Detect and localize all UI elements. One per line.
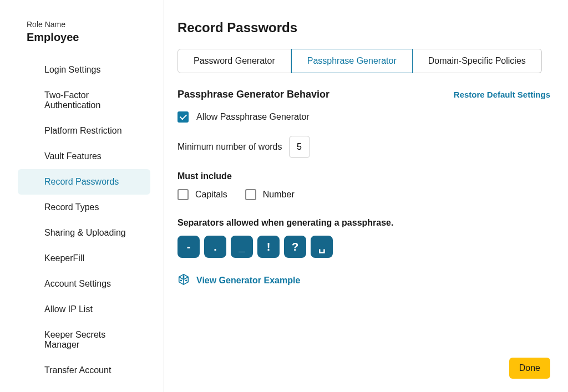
sidebar-item-allow-ip-list[interactable]: Allow IP List (18, 297, 150, 322)
svg-point-2 (183, 277, 184, 278)
sidebar-item-record-types[interactable]: Record Types (18, 195, 150, 220)
must-include-group: Capitals Number (178, 189, 550, 200)
tab-password-generator[interactable]: Password Generator (178, 49, 291, 73)
min-words-input[interactable] (289, 136, 310, 158)
sidebar-item-transfer-account[interactable]: Transfer Account (18, 358, 150, 383)
sidebar-item-vault-features[interactable]: Vault Features (18, 144, 150, 169)
separators-label: Separators allowed when generating a pas… (178, 218, 550, 228)
separator-question[interactable]: ? (284, 236, 306, 258)
separator-row: - . _ ! ? ␣ (178, 236, 550, 258)
sidebar-item-login-settings[interactable]: Login Settings (18, 57, 150, 83)
capitals-label: Capitals (195, 190, 227, 200)
allow-passphrase-checkbox[interactable] (178, 111, 189, 123)
number-label: Number (263, 190, 295, 200)
sidebar-item-keeperfill[interactable]: KeeperFill (18, 246, 150, 271)
tab-domain-specific-policies[interactable]: Domain-Specific Policies (413, 49, 542, 73)
min-words-row: Minimum number of words (178, 136, 550, 158)
capitals-checkbox[interactable] (178, 189, 189, 200)
separator-space[interactable]: ␣ (311, 236, 333, 258)
sidebar-item-secrets-manager[interactable]: Keeper Secrets Manager (18, 322, 150, 358)
allow-passphrase-label: Allow Passphrase Generator (196, 112, 310, 122)
tabs: Password Generator Passphrase Generator … (178, 49, 550, 73)
allow-passphrase-row: Allow Passphrase Generator (178, 111, 550, 123)
view-example-link[interactable]: View Generator Example (178, 273, 550, 288)
main-content: Record Passwords Password Generator Pass… (164, 0, 568, 392)
tab-passphrase-generator[interactable]: Passphrase Generator (291, 49, 413, 73)
section-title: Passphrase Generator Behavior (178, 89, 329, 100)
separator-underscore[interactable]: _ (231, 236, 253, 258)
section-header: Passphrase Generator Behavior Restore De… (178, 89, 550, 100)
role-name: Employee (27, 31, 146, 44)
sidebar-item-two-factor[interactable]: Two-Factor Authentication (18, 83, 150, 118)
svg-point-0 (181, 280, 182, 281)
sidebar-item-account-settings[interactable]: Account Settings (18, 271, 150, 297)
separator-exclaim[interactable]: ! (257, 236, 280, 258)
dice-icon (178, 273, 190, 288)
must-include-heading: Must include (178, 171, 550, 181)
view-example-label: View Generator Example (196, 276, 300, 286)
sidebar: Role Name Employee Login Settings Two-Fa… (0, 0, 164, 392)
separator-dash[interactable]: - (178, 236, 200, 258)
number-option: Number (245, 189, 295, 200)
sidebar-item-record-passwords[interactable]: Record Passwords (18, 169, 150, 195)
restore-default-link[interactable]: Restore Default Settings (454, 90, 550, 99)
done-button[interactable]: Done (509, 358, 550, 379)
svg-point-1 (186, 280, 187, 281)
sidebar-item-sharing-uploading[interactable]: Sharing & Uploading (18, 220, 150, 246)
separator-period[interactable]: . (204, 236, 226, 258)
sidebar-item-platform-restriction[interactable]: Platform Restriction (18, 118, 150, 144)
page-title: Record Passwords (178, 20, 550, 35)
role-header: Role Name Employee (0, 20, 164, 44)
role-label: Role Name (27, 20, 146, 29)
number-checkbox[interactable] (245, 189, 256, 200)
min-words-label: Minimum number of words (178, 142, 282, 152)
capitals-option: Capitals (178, 189, 227, 200)
